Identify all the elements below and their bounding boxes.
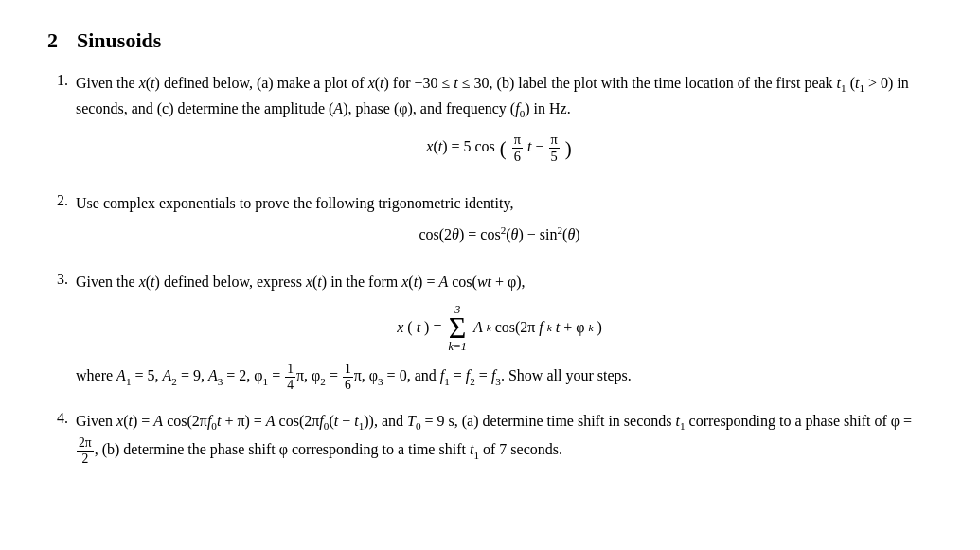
problem-2-content: Use complex exponentials to prove the fo… (76, 192, 923, 254)
sum-symbol: 3 Σ k=1 (448, 304, 466, 352)
problem-3-number: 3. (47, 271, 68, 288)
problem-4: 4. Given x(t) = A cos(2πf0t + π) = A cos… (47, 410, 923, 467)
problem-4-number: 4. (47, 410, 68, 427)
problem-1: 1. Given the x(t) defined below, (a) mak… (47, 72, 923, 175)
problem-1-content: Given the x(t) defined below, (a) make a… (76, 72, 923, 175)
problem-2-text: Use complex exponentials to prove the fo… (76, 192, 923, 216)
problem-2: 2. Use complex exponentials to prove the… (47, 192, 923, 254)
section-header: 2 Sinusoids (47, 28, 923, 53)
problem-1-text: Given the x(t) defined below, (a) make a… (76, 72, 923, 122)
problem-3: 3. Given the x(t) defined below, express… (47, 271, 923, 394)
problem-3-content: Given the x(t) defined below, express x(… (76, 271, 923, 394)
problem-1-formula: x(t) = 5 cos ( π6 t − π5 ) (76, 132, 923, 166)
section-number: 2 (47, 28, 58, 53)
problem-3-formula: x(t) = 3 Σ k=1 Ak cos(2πfkt + φk) (76, 304, 923, 352)
problem-2-number: 2. (47, 192, 68, 209)
problem-2-formula: cos(2θ) = cos2(θ) − sin2(θ) (76, 224, 923, 243)
problem-3-after: where A1 = 5, A2 = 9, A3 = 2, φ1 = 14π, … (76, 362, 923, 394)
problem-3-text: Given the x(t) defined below, express x(… (76, 271, 923, 294)
problem-list: 1. Given the x(t) defined below, (a) mak… (47, 72, 923, 468)
problem-4-content: Given x(t) = A cos(2πf0t + π) = A cos(2π… (76, 410, 923, 467)
problem-4-text: Given x(t) = A cos(2πf0t + π) = A cos(2π… (76, 410, 923, 467)
section-title: Sinusoids (77, 28, 161, 53)
problem-1-number: 1. (47, 72, 68, 89)
